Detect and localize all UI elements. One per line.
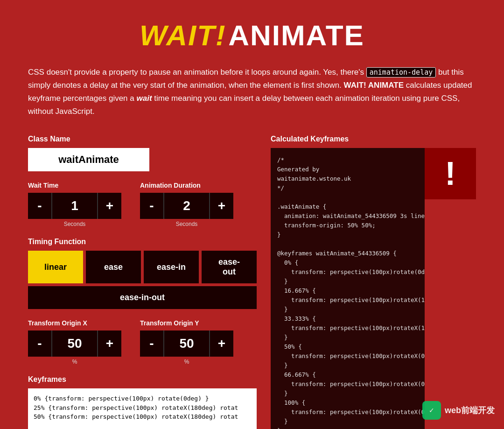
animation-delay-code: animation-delay [366,67,436,77]
keyframes-section: Keyframes 0% {transform: perspective(100… [28,375,257,429]
keyframes-textarea[interactable]: 0% {transform: perspective(100px) rotate… [28,388,257,429]
description: CSS doesn't provide a property to pause … [28,66,476,118]
transform-y-label: Transform Origin Y [140,319,233,327]
title-area: WAIT! ANIMATE [28,9,476,66]
transform-y-plus[interactable]: + [210,331,233,357]
transform-y-value: 50 [163,331,210,357]
animation-duration-minus[interactable]: - [140,193,163,219]
transform-y-minus[interactable]: - [140,331,163,357]
transform-x-value: 50 [51,331,98,357]
wait-time-unit: Seconds [28,221,121,227]
transform-y-unit: % [140,359,233,365]
transform-row: Transform Origin X - 50 + % Transform Or… [28,319,257,365]
calc-keyframes-label: Calculated Keyframes [271,135,476,143]
exclamation-box: ! [425,148,476,199]
timing-btn-ease-out[interactable]: ease-out [202,251,257,283]
watermark-icon: ✓ [422,401,441,420]
watermark: ✓ web前端开发 [422,401,495,420]
spinner-row: Wait Time - 1 + Seconds Animation Durati… [28,182,257,227]
exclamation-mark: ! [445,155,455,192]
watermark-text: web前端开发 [445,405,495,416]
transform-y-group: Transform Origin Y - 50 + % [140,319,233,365]
title-animate: ANIMATE [228,19,364,51]
transform-x-group: Transform Origin X - 50 + % [28,319,121,365]
timing-function-label: Timing Function [28,238,257,246]
class-name-label: Class Name [28,135,257,143]
transform-x-label: Transform Origin X [28,319,121,327]
calc-keyframes-code: /* Generated by waitanimate.wstone.uk */… [271,148,425,429]
timing-btn-linear[interactable]: linear [28,251,83,283]
wait-time-group: Wait Time - 1 + Seconds [28,182,121,227]
main-layout: Class Name Wait Time - 1 + Seconds Anima… [28,135,476,429]
wait-italic: wait [136,94,152,103]
timing-section: Timing Function linear ease ease-in ease… [28,238,257,309]
animation-duration-label: Animation Duration [140,182,233,189]
page-wrapper: WAIT! ANIMATE CSS doesn't provide a prop… [0,0,504,429]
desc-text1: CSS doesn't provide a property to pause … [28,68,364,77]
timing-buttons-row: linear ease ease-in ease-out [28,251,257,283]
transform-x-control: - 50 + [28,331,121,357]
svg-text:✓: ✓ [429,407,434,414]
class-name-input[interactable] [28,148,149,171]
animation-duration-unit: Seconds [140,221,233,227]
wait-time-minus[interactable]: - [28,193,51,219]
transform-y-control: - 50 + [140,331,233,357]
wait-time-plus[interactable]: + [98,193,121,219]
animation-duration-control: - 2 + [140,193,233,219]
calc-keyframes-container: /* Generated by waitanimate.wstone.uk */… [271,148,476,429]
transform-x-plus[interactable]: + [98,331,121,357]
title-wait: WAIT! [140,19,226,51]
wait-time-label: Wait Time [28,182,121,189]
timing-btn-ease-in-out[interactable]: ease-in-out [28,286,257,309]
animation-duration-group: Animation Duration - 2 + Seconds [140,182,233,227]
timing-btn-ease-in[interactable]: ease-in [144,251,199,283]
timing-btn-ease[interactable]: ease [86,251,141,283]
wait-time-control: - 1 + [28,193,121,219]
wait-time-value: 1 [51,193,98,219]
left-panel: Class Name Wait Time - 1 + Seconds Anima… [28,135,257,429]
right-panel: Calculated Keyframes /* Generated by wai… [271,135,476,429]
animation-duration-value: 2 [163,193,210,219]
keyframes-label: Keyframes [28,375,257,384]
transform-x-unit: % [28,359,121,365]
brand-name: WAIT! ANIMATE [344,81,404,90]
transform-x-minus[interactable]: - [28,331,51,357]
animation-duration-plus[interactable]: + [210,193,233,219]
